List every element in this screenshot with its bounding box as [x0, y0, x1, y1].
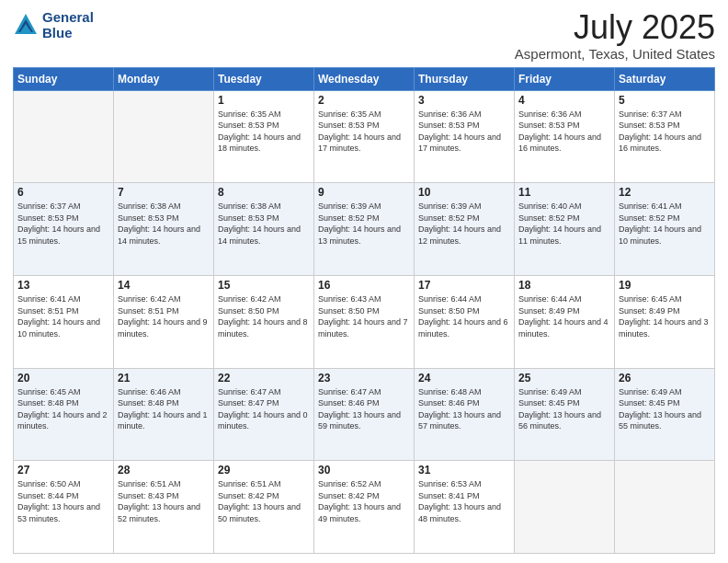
- table-row: 27Sunrise: 6:50 AMSunset: 8:44 PMDayligh…: [14, 461, 114, 554]
- calendar-row: 6Sunrise: 6:37 AMSunset: 8:53 PMDaylight…: [14, 183, 715, 276]
- table-row: 22Sunrise: 6:47 AMSunset: 8:47 PMDayligh…: [214, 368, 314, 461]
- day-number: 10: [418, 186, 510, 199]
- day-number: 1: [218, 94, 310, 107]
- header: General Blue July 2025 Aspermont, Texas,…: [13, 9, 715, 62]
- day-number: 20: [17, 372, 109, 385]
- day-info: Sunrise: 6:46 AMSunset: 8:48 PMDaylight:…: [118, 386, 210, 432]
- col-thursday: Thursday: [415, 67, 515, 90]
- logo-line2: Blue: [42, 25, 94, 40]
- day-number: 26: [619, 372, 711, 385]
- calendar-header-row: Sunday Monday Tuesday Wednesday Thursday…: [14, 67, 715, 90]
- day-number: 2: [318, 94, 410, 107]
- day-number: 22: [218, 372, 310, 385]
- day-number: 4: [518, 94, 610, 107]
- table-row: 17Sunrise: 6:44 AMSunset: 8:50 PMDayligh…: [415, 275, 515, 368]
- table-row: 29Sunrise: 6:51 AMSunset: 8:42 PMDayligh…: [214, 461, 314, 554]
- day-number: 15: [218, 279, 310, 292]
- day-info: Sunrise: 6:38 AMSunset: 8:53 PMDaylight:…: [118, 201, 210, 247]
- table-row: 16Sunrise: 6:43 AMSunset: 8:50 PMDayligh…: [314, 275, 415, 368]
- day-number: 28: [118, 464, 210, 477]
- table-row: 19Sunrise: 6:45 AMSunset: 8:49 PMDayligh…: [615, 275, 715, 368]
- day-info: Sunrise: 6:44 AMSunset: 8:50 PMDaylight:…: [418, 293, 510, 339]
- table-row: 10Sunrise: 6:39 AMSunset: 8:52 PMDayligh…: [415, 183, 515, 276]
- day-info: Sunrise: 6:41 AMSunset: 8:52 PMDaylight:…: [619, 201, 711, 247]
- day-info: Sunrise: 6:39 AMSunset: 8:52 PMDaylight:…: [418, 201, 510, 247]
- day-number: 30: [318, 464, 410, 477]
- day-info: Sunrise: 6:47 AMSunset: 8:46 PMDaylight:…: [318, 386, 410, 432]
- calendar-row: 13Sunrise: 6:41 AMSunset: 8:51 PMDayligh…: [14, 275, 715, 368]
- table-row: 4Sunrise: 6:36 AMSunset: 8:53 PMDaylight…: [515, 90, 615, 183]
- col-friday: Friday: [515, 67, 615, 90]
- day-number: 31: [418, 464, 510, 477]
- calendar-row: 1Sunrise: 6:35 AMSunset: 8:53 PMDaylight…: [14, 90, 715, 183]
- day-info: Sunrise: 6:47 AMSunset: 8:47 PMDaylight:…: [218, 386, 310, 432]
- day-number: 6: [17, 186, 109, 199]
- day-info: Sunrise: 6:45 AMSunset: 8:49 PMDaylight:…: [619, 293, 711, 339]
- table-row: 6Sunrise: 6:37 AMSunset: 8:53 PMDaylight…: [14, 183, 114, 276]
- day-info: Sunrise: 6:51 AMSunset: 8:43 PMDaylight:…: [118, 478, 210, 524]
- day-number: 3: [418, 94, 510, 107]
- table-row: 20Sunrise: 6:45 AMSunset: 8:48 PMDayligh…: [14, 368, 114, 461]
- table-row: [515, 461, 615, 554]
- day-info: Sunrise: 6:35 AMSunset: 8:53 PMDaylight:…: [218, 109, 310, 155]
- table-row: [14, 90, 114, 183]
- table-row: 13Sunrise: 6:41 AMSunset: 8:51 PMDayligh…: [14, 275, 114, 368]
- col-wednesday: Wednesday: [314, 67, 415, 90]
- table-row: 7Sunrise: 6:38 AMSunset: 8:53 PMDaylight…: [114, 183, 214, 276]
- logo-icon: [13, 12, 39, 38]
- table-row: 3Sunrise: 6:36 AMSunset: 8:53 PMDaylight…: [415, 90, 515, 183]
- table-row: [114, 90, 214, 183]
- day-info: Sunrise: 6:49 AMSunset: 8:45 PMDaylight:…: [518, 386, 610, 432]
- logo: General Blue: [13, 9, 94, 41]
- calendar-row: 20Sunrise: 6:45 AMSunset: 8:48 PMDayligh…: [14, 368, 715, 461]
- col-sunday: Sunday: [14, 67, 114, 90]
- table-row: 30Sunrise: 6:52 AMSunset: 8:42 PMDayligh…: [314, 461, 415, 554]
- table-row: 12Sunrise: 6:41 AMSunset: 8:52 PMDayligh…: [615, 183, 715, 276]
- day-info: Sunrise: 6:42 AMSunset: 8:50 PMDaylight:…: [218, 293, 310, 339]
- table-row: 1Sunrise: 6:35 AMSunset: 8:53 PMDaylight…: [214, 90, 314, 183]
- table-row: [615, 461, 715, 554]
- day-number: 14: [118, 279, 210, 292]
- day-info: Sunrise: 6:37 AMSunset: 8:53 PMDaylight:…: [619, 109, 711, 155]
- table-row: 25Sunrise: 6:49 AMSunset: 8:45 PMDayligh…: [515, 368, 615, 461]
- table-row: 9Sunrise: 6:39 AMSunset: 8:52 PMDaylight…: [314, 183, 415, 276]
- day-info: Sunrise: 6:40 AMSunset: 8:52 PMDaylight:…: [518, 201, 610, 247]
- day-info: Sunrise: 6:51 AMSunset: 8:42 PMDaylight:…: [218, 478, 310, 524]
- day-number: 25: [518, 372, 610, 385]
- day-info: Sunrise: 6:44 AMSunset: 8:49 PMDaylight:…: [518, 293, 610, 339]
- day-number: 11: [518, 186, 610, 199]
- day-number: 18: [518, 279, 610, 292]
- day-info: Sunrise: 6:53 AMSunset: 8:41 PMDaylight:…: [418, 478, 510, 524]
- main-title: July 2025: [515, 9, 715, 46]
- page: General Blue July 2025 Aspermont, Texas,…: [0, 0, 728, 563]
- day-info: Sunrise: 6:36 AMSunset: 8:53 PMDaylight:…: [518, 109, 610, 155]
- day-info: Sunrise: 6:45 AMSunset: 8:48 PMDaylight:…: [17, 386, 109, 432]
- table-row: 26Sunrise: 6:49 AMSunset: 8:45 PMDayligh…: [615, 368, 715, 461]
- day-number: 17: [418, 279, 510, 292]
- subtitle: Aspermont, Texas, United States: [515, 46, 715, 62]
- table-row: 5Sunrise: 6:37 AMSunset: 8:53 PMDaylight…: [615, 90, 715, 183]
- day-info: Sunrise: 6:36 AMSunset: 8:53 PMDaylight:…: [418, 109, 510, 155]
- day-info: Sunrise: 6:48 AMSunset: 8:46 PMDaylight:…: [418, 386, 510, 432]
- title-block: July 2025 Aspermont, Texas, United State…: [515, 9, 715, 62]
- logo-line1: General: [42, 9, 94, 25]
- day-info: Sunrise: 6:38 AMSunset: 8:53 PMDaylight:…: [218, 201, 310, 247]
- table-row: 8Sunrise: 6:38 AMSunset: 8:53 PMDaylight…: [214, 183, 314, 276]
- day-number: 13: [17, 279, 109, 292]
- col-saturday: Saturday: [615, 67, 715, 90]
- day-number: 7: [118, 186, 210, 199]
- day-number: 16: [318, 279, 410, 292]
- table-row: 11Sunrise: 6:40 AMSunset: 8:52 PMDayligh…: [515, 183, 615, 276]
- day-info: Sunrise: 6:39 AMSunset: 8:52 PMDaylight:…: [318, 201, 410, 247]
- day-number: 19: [619, 279, 711, 292]
- day-info: Sunrise: 6:42 AMSunset: 8:51 PMDaylight:…: [118, 293, 210, 339]
- day-number: 29: [218, 464, 310, 477]
- day-number: 23: [318, 372, 410, 385]
- table-row: 28Sunrise: 6:51 AMSunset: 8:43 PMDayligh…: [114, 461, 214, 554]
- day-info: Sunrise: 6:50 AMSunset: 8:44 PMDaylight:…: [17, 478, 109, 524]
- table-row: 18Sunrise: 6:44 AMSunset: 8:49 PMDayligh…: [515, 275, 615, 368]
- col-tuesday: Tuesday: [214, 67, 314, 90]
- day-number: 24: [418, 372, 510, 385]
- table-row: 24Sunrise: 6:48 AMSunset: 8:46 PMDayligh…: [415, 368, 515, 461]
- logo-text: General Blue: [42, 9, 94, 41]
